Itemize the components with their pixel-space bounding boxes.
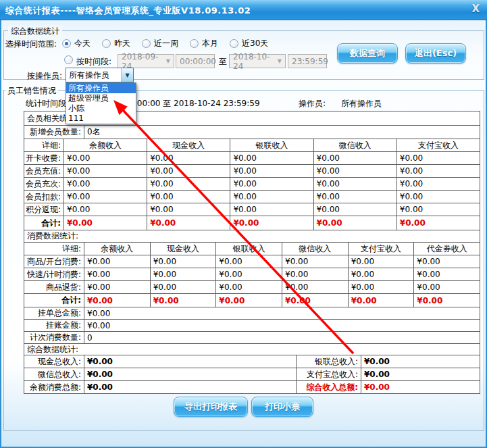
print-receipt-button[interactable]: 打印小票	[251, 397, 313, 417]
table-cell: ¥0.00	[63, 203, 147, 216]
to-label: 至	[219, 56, 227, 68]
table-cell: ¥0.00	[84, 255, 150, 268]
export-print-report-button[interactable]: 导出打印报表	[174, 397, 248, 417]
table-cell: ¥0.00	[150, 255, 216, 268]
close-icon[interactable]: X	[471, 3, 480, 15]
summary-label: 支付宝总收入:	[296, 368, 361, 380]
stat-period-label: 统计时间段:	[26, 98, 69, 109]
row-label: 会员充次:	[24, 178, 63, 190]
table-row: 挂账金额:¥0.00	[24, 319, 480, 331]
table-cell: ¥0.00	[396, 165, 480, 177]
titlebar: 综合统计报表----智络会员管理系统_专业版V18.09.13.02 X	[0, 0, 487, 20]
chevron-down-icon[interactable]: ▼	[121, 68, 133, 82]
total-value: ¥0.00	[63, 216, 147, 230]
table-row: 现金总收入:¥0.00银联总收入:¥0.00	[24, 355, 480, 368]
table-row: 开卡收费:¥0.00¥0.00¥0.00¥0.00¥0.00	[24, 151, 480, 164]
operator-filter-label: 按操作员:	[27, 70, 62, 82]
table-cell: 0	[84, 332, 480, 343]
statistics-table: 会员相关统计:新增会员数量:0名详细:余额收入现金收入银联收入微信收入支付宝收入…	[24, 111, 480, 394]
radio-label: 今天	[74, 38, 91, 49]
table-cell: ¥0.00	[282, 268, 348, 280]
end-time-field[interactable]: 23:59:59	[288, 54, 327, 68]
table-cell: ¥0.00	[313, 191, 396, 203]
quick-range-radio[interactable]: 近一周	[142, 38, 178, 49]
time-range-label: 选择时间范围:	[5, 39, 57, 50]
total-row-label: 合计:	[24, 216, 63, 230]
period-radio[interactable]	[64, 55, 73, 64]
total-value: ¥0.00	[150, 294, 216, 307]
quick-range-radio[interactable]: 今天	[62, 38, 91, 49]
row-label: 商品退货:	[24, 281, 84, 293]
quick-range-radio-group: 今天昨天近一周本月近30天	[62, 37, 268, 49]
start-date-picker[interactable]: 2018-09-24 ▼	[118, 54, 174, 68]
row-label: 积分返现:	[24, 203, 63, 216]
radio-icon	[230, 39, 238, 48]
total-value: ¥0.00	[313, 216, 396, 230]
operator-option[interactable]: 超级管理员	[66, 93, 136, 103]
start-time-field[interactable]: 00:00:00	[176, 54, 215, 68]
table-cell: ¥0.00	[84, 320, 480, 331]
table-cell: ¥0.00	[147, 203, 230, 216]
radio-label: 近30天	[242, 38, 268, 49]
table-cell: ¥0.00	[313, 178, 396, 190]
quick-range-radio[interactable]: 本月	[190, 38, 218, 49]
operator-option[interactable]: 111	[66, 114, 136, 124]
row-label: 新增会员数量:	[24, 126, 84, 139]
table-row: 新增会员数量:0名	[24, 125, 480, 139]
summary-value: ¥0.00	[84, 381, 296, 393]
table-cell: ¥0.00	[396, 178, 480, 190]
table-cell: ¥0.00	[230, 152, 313, 164]
table-row: 会员充次:¥0.00¥0.00¥0.00¥0.00¥0.00	[24, 177, 480, 190]
operator-combobox[interactable]: 所有操作员 ▼	[66, 68, 134, 82]
row-label: 挂单总金额:	[24, 307, 84, 319]
total-value: ¥0.00	[282, 294, 348, 307]
table-row: 计次消费数量:0	[24, 331, 480, 343]
start-time-value: 00:00:00	[180, 57, 216, 66]
row-label: 快速/计时消费:	[24, 268, 84, 280]
row-label: 计次消费数量:	[24, 332, 84, 343]
row-label: 挂账金额:	[24, 320, 84, 331]
table-cell: ¥0.00	[396, 152, 480, 164]
period-label: 按时间段:	[76, 56, 111, 68]
table-row: 商品退货:¥0.00¥0.00¥0.00¥0.00¥0.00¥0.00	[24, 280, 480, 293]
radio-icon	[190, 39, 199, 48]
row-label: 会员充值:	[24, 165, 63, 177]
table-row: 合计:¥0.00¥0.00¥0.00¥0.00¥0.00	[24, 216, 480, 230]
consume-section-title: 消费数据统计:	[24, 230, 480, 242]
column-header: 代金券收入	[413, 243, 480, 255]
quick-range-radio[interactable]: 昨天	[102, 38, 130, 49]
table-cell: ¥0.00	[413, 281, 480, 293]
query-data-button[interactable]: 数据查询	[337, 43, 398, 64]
total-value: ¥0.00	[413, 294, 480, 307]
summary-section-title: 综合数据统计:	[24, 344, 480, 355]
table-cell: ¥0.00	[215, 268, 282, 280]
quick-range-radio[interactable]: 近30天	[230, 38, 268, 49]
operator-option[interactable]: 小陈	[66, 103, 136, 114]
table-cell: ¥0.00	[215, 255, 282, 268]
table-cell: ¥0.00	[215, 281, 282, 293]
window-title: 综合统计报表----智络会员管理系统_专业版V18.09.13.02	[5, 5, 251, 17]
table-cell: ¥0.00	[396, 203, 480, 216]
operator-combobox-value: 所有操作员	[66, 70, 121, 81]
column-header: 现金收入	[150, 243, 216, 255]
summary-label: 银联总收入:	[296, 355, 361, 368]
summary-label: 综合收入总额:	[296, 381, 361, 393]
table-cell: ¥0.00	[150, 268, 216, 280]
summary-label: 余额消费总额:	[24, 381, 84, 393]
table-cell: ¥0.00	[230, 165, 313, 177]
exit-button[interactable]: 退出(Esc)	[405, 43, 466, 64]
table-cell: ¥0.00	[147, 191, 230, 203]
table-row: 积分返现:¥0.00¥0.00¥0.00¥0.00¥0.00	[24, 203, 480, 216]
detail-header: 详细:	[24, 243, 84, 255]
table-row: 商品/开台消费:¥0.00¥0.00¥0.00¥0.00¥0.00¥0.00	[24, 255, 480, 268]
table-cell: ¥0.00	[313, 152, 396, 164]
end-time-value: 23:59:59	[292, 57, 328, 66]
row-label: 会员扣款:	[24, 191, 63, 203]
row-label: 开卡收费:	[24, 152, 63, 164]
table-row: 会员充值:¥0.00¥0.00¥0.00¥0.00¥0.00	[24, 164, 480, 177]
table-cell: ¥0.00	[147, 178, 230, 190]
radio-label: 昨天	[114, 38, 130, 49]
column-header: 银联收入	[230, 139, 313, 151]
end-date-picker[interactable]: 2018-10-24 ▼	[229, 54, 286, 68]
operator-option[interactable]: 所有操作员	[66, 83, 136, 93]
